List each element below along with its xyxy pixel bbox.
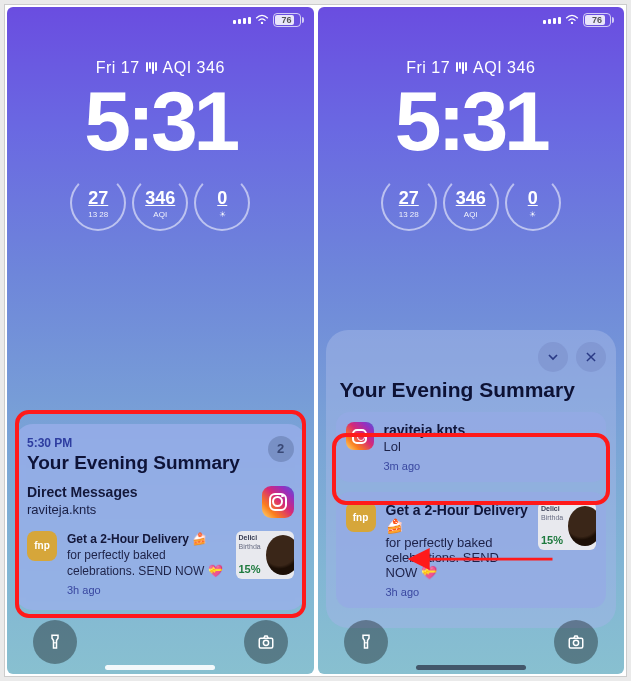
cellular-icon <box>543 17 561 24</box>
summary-count-badge: 2 <box>268 436 294 462</box>
promo-line2: Birthda <box>541 514 563 521</box>
notification-item-instagram[interactable]: raviteja.knts Lol 3m ago <box>336 412 607 482</box>
msg-time: 3m ago <box>384 460 597 472</box>
uv-value: 0 <box>217 188 227 209</box>
summary-title: Your Evening Summary <box>340 378 603 402</box>
lock-header: Fri 17 AQI 346 5:31 2713 28 346AQI 0☀ <box>318 59 625 231</box>
summary-time: 5:30 PM <box>27 436 294 450</box>
fnp-body: for perfectly baked celebrations. SEND N… <box>67 547 226 579</box>
msg-text: Lol <box>384 439 597 454</box>
svg-point-3 <box>263 640 268 645</box>
lock-header: Fri 17 AQI 346 5:31 2713 28 346AQI 0☀ <box>7 59 314 231</box>
status-bar: 76 <box>318 13 615 27</box>
cake-icon <box>568 506 596 546</box>
uv-widget[interactable]: 0☀ <box>505 175 561 231</box>
promo-line1: Delici <box>541 505 560 512</box>
close-icon <box>584 350 598 364</box>
aqi-widget[interactable]: 346AQI <box>443 175 499 231</box>
home-indicator[interactable] <box>416 665 526 670</box>
weather-range: 13 28 <box>88 210 108 219</box>
fnp-time: 3h ago <box>67 583 226 598</box>
notification-item-fnp[interactable]: fnp Get a 2-Hour Delivery 🍰 for perfectl… <box>27 531 294 598</box>
notification-item-fnp[interactable]: fnp Get a 2-Hour Delivery 🍰 for perfectl… <box>336 492 607 608</box>
svg-point-4 <box>571 22 573 24</box>
instagram-icon <box>346 422 374 450</box>
battery-level: 76 <box>592 15 602 25</box>
wifi-icon <box>255 14 269 26</box>
sun-icon: ☀ <box>219 210 226 219</box>
battery-level: 76 <box>281 15 291 25</box>
camera-icon <box>567 633 585 651</box>
home-indicator[interactable] <box>105 665 215 670</box>
promo-line2: Birthda <box>239 543 261 550</box>
status-bar: 76 <box>7 13 304 27</box>
chevron-down-icon <box>545 349 561 365</box>
close-button[interactable] <box>576 342 606 372</box>
aqi-icon <box>456 62 467 74</box>
weather-temp: 27 <box>88 188 108 209</box>
dm-username: raviteja.knts <box>27 502 294 517</box>
aqi-value: 346 <box>145 188 175 209</box>
lock-time: 5:31 <box>318 79 625 163</box>
battery-icon: 76 <box>273 13 304 27</box>
camera-icon <box>257 633 275 651</box>
battery-icon: 76 <box>583 13 614 27</box>
fnp-app-icon: fnp <box>346 502 376 532</box>
uv-widget[interactable]: 0☀ <box>194 175 250 231</box>
promo-line1: Delici <box>239 534 258 541</box>
flashlight-button[interactable] <box>33 620 77 664</box>
dm-heading: Direct Messages <box>27 484 294 500</box>
weather-range: 13 28 <box>399 210 419 219</box>
svg-point-0 <box>260 22 262 24</box>
lock-widgets: 2713 28 346AQI 0☀ <box>318 175 625 231</box>
aqi-value: 346 <box>456 188 486 209</box>
fnp-app-icon: fnp <box>27 531 57 561</box>
lockscreen-expanded: 76 Fri 17 AQI 346 5:31 2713 28 346AQI 0☀… <box>318 7 625 674</box>
weather-temp: 27 <box>399 188 419 209</box>
lock-widgets: 2713 28 346AQI 0☀ <box>7 175 314 231</box>
flashlight-icon <box>357 633 375 651</box>
lock-time: 5:31 <box>7 79 314 163</box>
fnp-title: Get a 2-Hour Delivery 🍰 <box>67 531 226 547</box>
lockscreen-collapsed: 76 Fri 17 AQI 346 5:31 2713 28 346AQI 0☀… <box>7 7 314 674</box>
weather-widget[interactable]: 2713 28 <box>70 175 126 231</box>
fnp-promo-thumb: Delici Birthda 15% <box>538 502 596 550</box>
summary-card-collapsed[interactable]: 5:30 PM Your Evening Summary 2 Direct Me… <box>15 424 306 610</box>
msg-username: raviteja.knts <box>384 422 597 438</box>
aqi-icon <box>146 62 157 74</box>
aqi-widget[interactable]: 346AQI <box>132 175 188 231</box>
svg-point-10 <box>573 640 578 645</box>
summary-panel-expanded: Your Evening Summary raviteja.knts Lol 3… <box>326 330 617 628</box>
camera-button[interactable] <box>244 620 288 664</box>
fnp-title: Get a 2-Hour Delivery 🍰 <box>386 502 529 534</box>
aqi-sublabel: AQI <box>153 210 167 219</box>
fnp-promo-thumb: Delici Birthda 15% <box>236 531 294 579</box>
instagram-icon <box>262 486 294 518</box>
flashlight-icon <box>46 633 64 651</box>
aqi-sublabel: AQI <box>464 210 478 219</box>
fnp-body: for perfectly baked celebrations. SEND N… <box>386 535 529 580</box>
collapse-button[interactable] <box>538 342 568 372</box>
cellular-icon <box>233 17 251 24</box>
summary-title: Your Evening Summary <box>27 452 294 474</box>
fnp-time: 3h ago <box>386 586 529 598</box>
camera-button[interactable] <box>554 620 598 664</box>
wifi-icon <box>565 14 579 26</box>
promo-discount: 15% <box>541 534 563 546</box>
weather-widget[interactable]: 2713 28 <box>381 175 437 231</box>
cake-icon <box>266 535 294 575</box>
uv-value: 0 <box>528 188 538 209</box>
sun-icon: ☀ <box>529 210 536 219</box>
promo-discount: 15% <box>239 563 261 575</box>
flashlight-button[interactable] <box>344 620 388 664</box>
